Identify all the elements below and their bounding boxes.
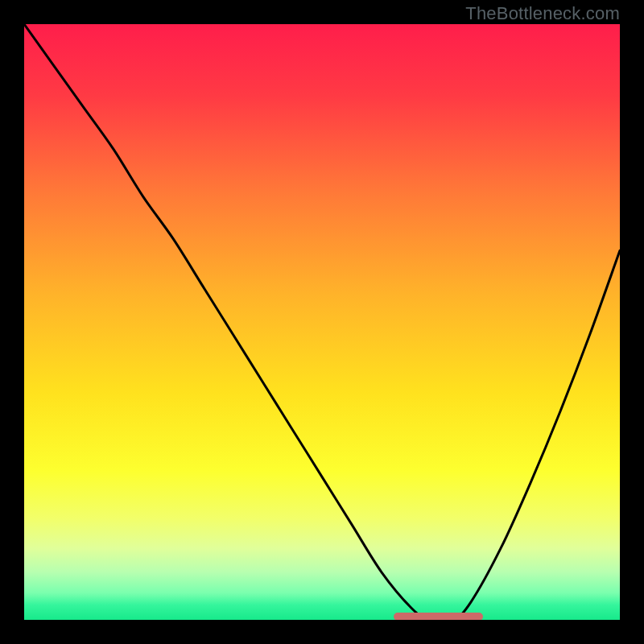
plot-area	[24, 24, 620, 620]
watermark-text: TheBottleneck.com	[465, 3, 620, 24]
optimal-range-marker	[394, 613, 483, 620]
bottleneck-curve	[24, 24, 620, 620]
chart-frame: { "watermark": "TheBottleneck.com", "cha…	[0, 0, 644, 644]
